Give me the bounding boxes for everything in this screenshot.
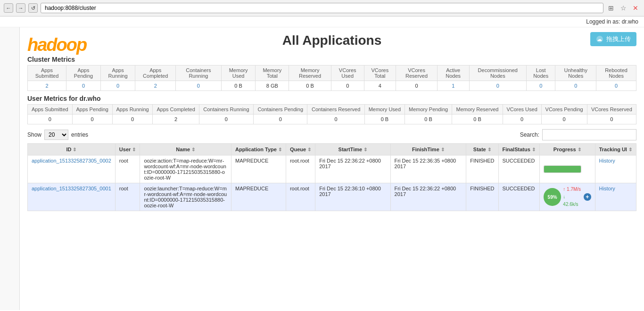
cluster-metric-value[interactable]: 0 [469,81,527,91]
user-metric-value: 0 [112,115,153,124]
page-title: All Applications [27,33,636,48]
cluster-metric-header: Memory Total [256,65,289,81]
user-metric-header: Containers Running [199,105,253,115]
col-finalstatus[interactable]: FinalStatus ⇕ [498,144,539,156]
app-queue: root.root [286,183,315,211]
cluster-metric-value[interactable]: 0 [100,81,135,91]
applications-table: ID ⇕ User ⇕ Name ⇕ Application Type ⇕ Qu… [27,143,636,211]
col-queue[interactable]: Queue ⇕ [286,144,315,156]
cluster-metric-value[interactable]: 2 [28,81,66,91]
app-id-link[interactable]: application_1513325827305_0002 [32,158,111,164]
search-area: Search: [520,129,636,140]
user-metric-header: Memory Reserved [452,105,503,115]
tracking-ui-link[interactable]: History [599,186,615,191]
app-start-time: Fri Dec 15 22:36:10 +0800 2017 [315,183,390,211]
forward-button[interactable]: → [16,3,25,13]
logged-in-label: Logged in as: dr.who [586,18,638,25]
cluster-metric-header: VCores Used [331,65,364,81]
user-metrics-title: User Metrics for dr.who [27,95,636,102]
content-area: hadoop All Applications ☁ 拖拽上传 Cluster M… [20,27,644,310]
star-icon[interactable]: ☆ [619,3,628,13]
cluster-metric-header: VCores Reserved [396,65,438,81]
cluster-metric-value[interactable]: 0 [555,81,596,91]
main-layout: hadoop All Applications ☁ 拖拽上传 Cluster M… [0,27,644,310]
col-progress[interactable]: Progress ⇕ [539,144,595,156]
user-metric-value: 0 B [364,115,405,124]
user-metric-value: 0 [72,115,112,124]
app-queue: root.root [286,156,315,183]
cluster-metrics-title: Cluster Metrics [27,56,636,63]
col-id[interactable]: ID ⇕ [28,144,116,156]
upload-speed: ↑ 1.7M/s [563,186,582,193]
user-metrics-section: User Metrics for dr.who Apps SubmittedAp… [27,95,636,124]
show-label: Show [27,131,41,138]
cluster-metric-value[interactable]: 2 [135,81,176,91]
cluster-metric-value[interactable]: 0 [527,81,555,91]
upload-button[interactable]: ☁ 拖拽上传 [590,32,636,46]
cluster-metric-header: Active Nodes [437,65,469,81]
browser-icons: ⊞ ☆ ✕ [606,3,640,13]
user-metric-value: 2 [153,115,199,124]
hadoop-logo: hadoop [27,41,93,58]
app-user: root [115,156,140,183]
user-metric-value: 0 [253,115,307,124]
col-starttime[interactable]: StartTime ⇕ [315,144,390,156]
app-state: FINISHED [466,183,498,211]
upload-icon: ☁ [596,35,603,43]
user-metric-value: 0 [503,115,541,124]
address-bar[interactable] [41,3,603,13]
cluster-metric-value[interactable]: 0 [596,81,636,91]
search-label: Search: [520,131,539,138]
user-metric-value: 0 [199,115,253,124]
close-icon[interactable]: ✕ [631,3,640,13]
user-metric-header: VCores Pending [541,105,587,115]
cluster-metrics-table: Apps SubmittedApps PendingApps RunningAp… [27,65,636,91]
cluster-metric-value[interactable]: 0 [66,81,101,91]
back-button[interactable]: ← [4,3,13,13]
screenshot-icon[interactable]: ⊞ [606,3,616,13]
search-input[interactable] [542,129,636,140]
table-row: application_1513325827305_0001rootoozie:… [28,183,636,211]
app-name: oozie:action:T=map-reduce:W=mr-wordcount… [140,156,231,183]
app-finish-time: Fri Dec 15 22:36:35 +0800 2017 [390,156,466,183]
col-apptype[interactable]: Application Type ⇕ [231,144,286,156]
col-name[interactable]: Name ⇕ [140,144,231,156]
cluster-metric-value[interactable]: 0 [176,81,222,91]
app-id-link[interactable]: application_1513325827305_0001 [32,186,111,191]
col-user[interactable]: User ⇕ [115,144,140,156]
col-state[interactable]: State ⇕ [466,144,498,156]
logo-area: hadoop [27,32,93,58]
progress-bar-fill [544,166,581,172]
entries-label: entries [71,131,88,138]
user-metrics-table: Apps SubmittedApps PendingApps RunningAp… [27,104,636,124]
app-state: FINISHED [466,156,498,183]
add-speed-button[interactable]: + [584,193,591,201]
user-metric-value: 0 B [452,115,503,124]
top-bar: Logged in as: dr.who [0,16,644,27]
col-trackingui[interactable]: Tracking UI ⇕ [595,144,636,156]
user-metric-header: VCores Reserved [587,105,636,115]
user-metric-header: Apps Submitted [28,105,73,115]
user-metric-value: 0 [587,115,636,124]
app-type: MAPREDUCE [231,156,286,183]
app-final-status: SUCCEEDED [498,183,539,211]
cluster-metric-value: 0 B [221,81,256,91]
show-entries: Show 20 50 100 entries [27,130,88,140]
page-header: hadoop All Applications ☁ 拖拽上传 [27,27,636,52]
col-finishtime[interactable]: FinishTime ⇕ [390,144,466,156]
user-metric-value: 0 [541,115,587,124]
user-metric-header: Containers Pending [253,105,307,115]
entries-select[interactable]: 20 50 100 [44,130,68,140]
progress-bar-container [544,165,581,173]
app-type: MAPREDUCE [231,183,286,211]
cluster-metric-header: Containers Running [176,65,222,81]
cluster-metric-header: Unhealthy Nodes [555,65,596,81]
cluster-metric-header: Decommissioned Nodes [469,65,527,81]
user-metric-header: Memory Pending [405,105,452,115]
cluster-metric-value[interactable]: 1 [437,81,469,91]
tracking-ui-link[interactable]: History [599,158,615,164]
user-metric-header: Memory Used [364,105,405,115]
cluster-metric-header: VCores Total [364,65,396,81]
app-final-status: SUCCEEDED [498,156,539,183]
reload-button[interactable]: ↺ [28,3,38,13]
